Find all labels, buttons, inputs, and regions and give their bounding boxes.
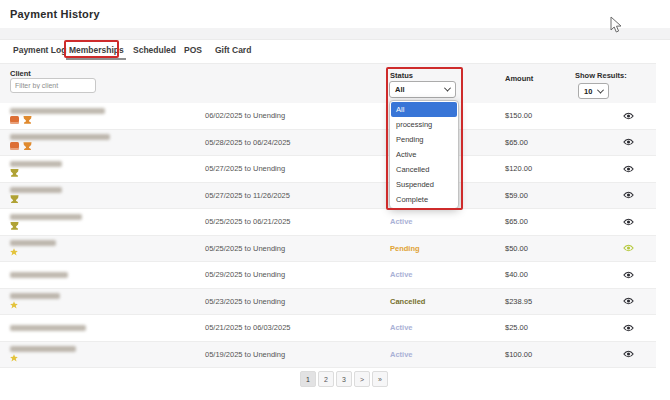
dropdown-option-active[interactable]: Active bbox=[391, 147, 457, 162]
client-cell[interactable] bbox=[10, 103, 105, 129]
amount-cell: $238.95 bbox=[505, 289, 532, 315]
status-cell: Active bbox=[390, 209, 413, 235]
amount-cell: $40.00 bbox=[505, 262, 528, 288]
date-range-cell: 05/21/2025 to 06/03/2025 bbox=[205, 315, 291, 341]
client-badge-icons bbox=[10, 142, 110, 150]
client-name-redacted bbox=[10, 161, 62, 167]
date-range-cell: 05/25/2025 to Unending bbox=[205, 236, 285, 262]
client-badge-icons bbox=[10, 169, 62, 177]
date-range-cell: 05/23/2025 to Unending bbox=[205, 289, 285, 315]
client-cell[interactable] bbox=[10, 236, 56, 262]
view-payment-eye-icon[interactable] bbox=[620, 209, 636, 235]
amount-cell: $65.00 bbox=[505, 130, 528, 156]
client-cell[interactable] bbox=[10, 130, 110, 156]
table-row: 05/19/2025 to UnendingActive$100.00 bbox=[0, 342, 656, 369]
table-header-panel bbox=[0, 63, 656, 103]
tab-scheduled[interactable]: Scheduled bbox=[133, 45, 176, 55]
client-name-redacted bbox=[10, 108, 105, 114]
view-payment-eye-icon[interactable] bbox=[620, 236, 636, 262]
client-badge-icons bbox=[10, 248, 56, 256]
dropdown-option-all[interactable]: All bbox=[391, 102, 457, 117]
pagination-button-»[interactable]: » bbox=[372, 371, 388, 387]
client-filter-input[interactable] bbox=[10, 78, 96, 93]
client-name-redacted bbox=[10, 187, 62, 193]
view-payment-eye-icon[interactable] bbox=[620, 183, 636, 209]
client-badge-icons bbox=[10, 301, 60, 309]
client-cell[interactable] bbox=[10, 209, 82, 235]
box-orange-icon bbox=[10, 142, 19, 150]
view-payment-eye-icon[interactable] bbox=[620, 289, 636, 315]
dropdown-option-suspended[interactable]: Suspended bbox=[391, 177, 457, 192]
client-name-redacted bbox=[10, 240, 56, 246]
client-cell[interactable] bbox=[10, 183, 62, 209]
client-cell[interactable] bbox=[10, 262, 68, 288]
trophy-olive-icon bbox=[10, 195, 19, 203]
client-name-redacted bbox=[10, 325, 86, 331]
client-cell[interactable] bbox=[10, 342, 76, 368]
amount-cell: $65.00 bbox=[505, 209, 528, 235]
trophy-olive-icon bbox=[10, 169, 19, 177]
dropdown-option-pending[interactable]: Pending bbox=[391, 132, 457, 147]
table-row: 05/28/2025 to 06/24/2025$65.00 bbox=[0, 130, 656, 157]
view-payment-eye-icon[interactable] bbox=[620, 262, 636, 288]
amount-cell: $25.00 bbox=[505, 315, 528, 341]
show-results-label: Show Results: bbox=[575, 71, 627, 80]
client-cell[interactable] bbox=[10, 315, 86, 341]
tab-memberships[interactable]: Memberships bbox=[69, 45, 124, 55]
status-cell: Active bbox=[390, 342, 413, 368]
view-payment-eye-icon[interactable] bbox=[620, 130, 636, 156]
client-cell[interactable] bbox=[10, 156, 62, 182]
view-payment-eye-icon[interactable] bbox=[620, 315, 636, 341]
client-column-header: Client bbox=[10, 69, 31, 78]
badge-yellow-icon bbox=[10, 301, 18, 309]
tab-pos[interactable]: POS bbox=[184, 45, 202, 55]
table-row: 05/27/2025 to 11/26/2025Active$59.00 bbox=[0, 183, 656, 210]
date-range-cell: 05/29/2025 to Unending bbox=[205, 262, 285, 288]
view-payment-eye-icon[interactable] bbox=[620, 156, 636, 182]
table-row: 05/29/2025 to UnendingActive$40.00 bbox=[0, 262, 656, 289]
pagination-button->[interactable]: > bbox=[354, 371, 370, 387]
date-range-cell: 05/25/2025 to 06/21/2025 bbox=[205, 209, 291, 235]
pagination-button-1[interactable]: 1 bbox=[300, 371, 316, 387]
amount-cell: $120.00 bbox=[505, 156, 532, 182]
status-select[interactable]: All bbox=[389, 81, 456, 98]
client-name-redacted bbox=[10, 272, 68, 278]
header-divider-band bbox=[0, 28, 670, 40]
table-row: 06/02/2025 to Unending$150.00 bbox=[0, 103, 656, 130]
show-results-select[interactable]: 10 bbox=[578, 83, 609, 99]
pagination-button-2[interactable]: 2 bbox=[318, 371, 334, 387]
client-name-redacted bbox=[10, 346, 76, 352]
pagination-button-3[interactable]: 3 bbox=[336, 371, 352, 387]
table-row: 05/25/2025 to UnendingPending$50.00 bbox=[0, 236, 656, 263]
view-payment-eye-icon[interactable] bbox=[620, 342, 636, 368]
trophy-orange-icon bbox=[23, 116, 32, 124]
status-column-header: Status bbox=[390, 71, 413, 80]
amount-cell: $100.00 bbox=[505, 342, 532, 368]
dropdown-option-cancelled[interactable]: Cancelled bbox=[391, 162, 457, 177]
page-title: Payment History bbox=[10, 8, 100, 20]
view-payment-eye-icon[interactable] bbox=[620, 103, 636, 129]
amount-cell: $59.00 bbox=[505, 183, 528, 209]
badge-yellow-icon bbox=[10, 248, 18, 256]
trophy-olive-icon bbox=[10, 222, 19, 230]
status-cell: Active bbox=[390, 262, 413, 288]
amount-cell: $150.00 bbox=[505, 103, 532, 129]
status-select-value: All bbox=[395, 85, 405, 94]
client-cell[interactable] bbox=[10, 289, 60, 315]
table-row: 05/21/2025 to 06/03/2025Active$25.00 bbox=[0, 315, 656, 342]
chevron-down-icon bbox=[597, 86, 604, 93]
tab-gift-card[interactable]: Gift Card bbox=[215, 45, 251, 55]
client-badge-icons bbox=[10, 195, 62, 203]
date-range-cell: 05/28/2025 to 06/24/2025 bbox=[205, 130, 291, 156]
box-orange-icon bbox=[10, 116, 19, 124]
client-badge-icons bbox=[10, 116, 105, 124]
tab-payment-log[interactable]: Payment Log bbox=[13, 45, 66, 55]
amount-cell: $50.00 bbox=[505, 236, 528, 262]
client-name-redacted bbox=[10, 293, 60, 299]
status-cell: Pending bbox=[390, 236, 420, 262]
dropdown-option-processing[interactable]: processing bbox=[391, 117, 457, 132]
status-cell: Cancelled bbox=[390, 289, 425, 315]
client-name-redacted bbox=[10, 214, 82, 220]
dropdown-option-complete[interactable]: Complete bbox=[391, 192, 457, 207]
active-tab-underline bbox=[66, 58, 126, 60]
